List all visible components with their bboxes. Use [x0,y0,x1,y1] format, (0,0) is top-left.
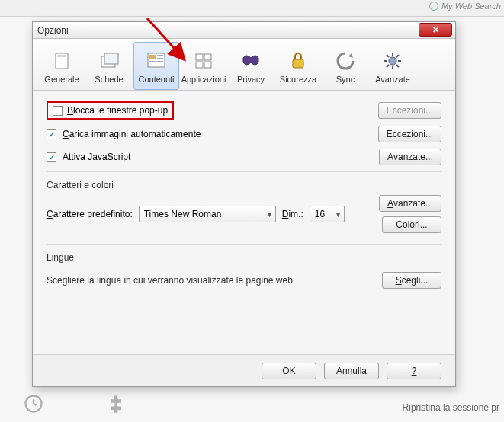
enable-js-advanced-button[interactable]: Avanzate... [379,149,441,165]
close-button[interactable]: ✕ [419,23,452,37]
font-size-select[interactable]: 16 [310,206,345,222]
tab-label: Applicazioni [181,75,226,84]
colors-button[interactable]: Colori... [382,216,441,233]
content-panel: Blocca le finestre pop-up Eccezioni... C… [33,91,455,356]
font-size-label: Dim.: [282,209,303,219]
tab-contenuti[interactable]: Contenuti [133,42,179,90]
languages-section-title: Lingue [47,245,441,267]
svg-rect-10 [149,61,163,62]
default-font-value: Times New Roman [144,209,222,219]
languages-description: Scegliere la lingua in cui verranno visu… [47,270,293,290]
tab-label: Sicurezza [280,75,316,84]
svg-rect-11 [196,54,203,60]
status-icons [23,393,127,414]
default-font-select[interactable]: Times New Roman [139,206,276,222]
cancel-button[interactable]: Annulla [324,363,379,379]
tab-sicurezza[interactable]: Sicurezza [275,42,321,90]
svg-line-24 [396,55,399,57]
tab-schede[interactable]: Schede [86,42,132,90]
browser-top-bar: My Web Search [0,0,504,17]
tab-generale[interactable]: Generale [39,42,85,90]
gear-icon [380,49,405,73]
enable-js-label: Attiva JavaScript [63,152,130,162]
search-placeholder: My Web Search [441,2,501,11]
svg-line-22 [396,65,399,67]
font-size-value: 16 [315,209,325,219]
load-images-checkbox[interactable] [47,129,56,139]
svg-rect-13 [196,62,203,68]
block-popups-label: Blocca le finestre pop-up [67,105,168,116]
enable-js-checkbox[interactable] [47,152,56,162]
tabs-toolbar: Generale Schede Contenuti Applicazioni P… [33,39,455,91]
svg-point-16 [389,57,396,65]
general-icon [50,49,74,73]
fonts-advanced-button[interactable]: Avanzate... [379,195,441,212]
tabs-icon [97,49,121,73]
addons-icon [105,393,127,414]
svg-rect-3 [57,55,66,57]
restore-session-text: Ripristina la sessione pr [403,402,499,413]
block-popups-exceptions-button[interactable]: Eccezioni... [378,102,441,119]
block-popups-checkbox[interactable] [53,106,63,116]
default-font-label: Carattere predefinito: [47,209,133,219]
tab-label: Schede [95,75,123,84]
tab-label: Avanzate [375,75,410,84]
choose-language-button[interactable]: Scegli... [382,272,441,289]
tab-label: Privacy [237,75,265,84]
history-icon [23,393,44,414]
block-popups-highlight: Blocca le finestre pop-up [47,101,174,120]
tab-sync[interactable]: Sync [323,42,368,90]
dialog-button-bar: OK Annulla ? [33,354,455,386]
tab-avanzate[interactable]: Avanzate [370,42,416,90]
tab-label: Generale [44,75,79,84]
load-images-label: Carica immagini automaticamente [63,129,201,139]
svg-rect-8 [157,55,163,56]
security-icon [286,49,310,73]
sync-icon [333,49,358,73]
fonts-section-title: Caratteri e colori [47,172,441,195]
svg-line-23 [387,65,389,67]
content-icon [144,49,169,73]
privacy-icon [239,49,263,73]
svg-rect-15 [293,59,303,68]
tab-label: Contenuti [138,75,174,84]
svg-rect-5 [104,53,118,64]
applications-icon [191,49,216,73]
tab-applicazioni[interactable]: Applicazioni [181,42,226,90]
tab-label: Sync [336,75,355,84]
dialog-titlebar: Opzioni ✕ [33,22,455,39]
svg-rect-14 [204,62,211,68]
svg-rect-7 [149,55,156,59]
tab-privacy[interactable]: Privacy [228,42,274,90]
search-hint: My Web Search [429,2,501,11]
ok-button[interactable]: OK [262,363,316,379]
dialog-title: Opzioni [37,25,69,36]
load-images-exceptions-button[interactable]: Eccezioni... [378,126,441,142]
svg-rect-12 [204,54,211,60]
close-icon: ✕ [432,25,439,35]
svg-line-21 [387,55,389,57]
svg-rect-9 [157,58,163,59]
search-icon [429,2,438,11]
options-dialog: Opzioni ✕ Generale Schede Contenuti Appl… [32,21,456,387]
help-button[interactable]: ? [387,363,441,379]
